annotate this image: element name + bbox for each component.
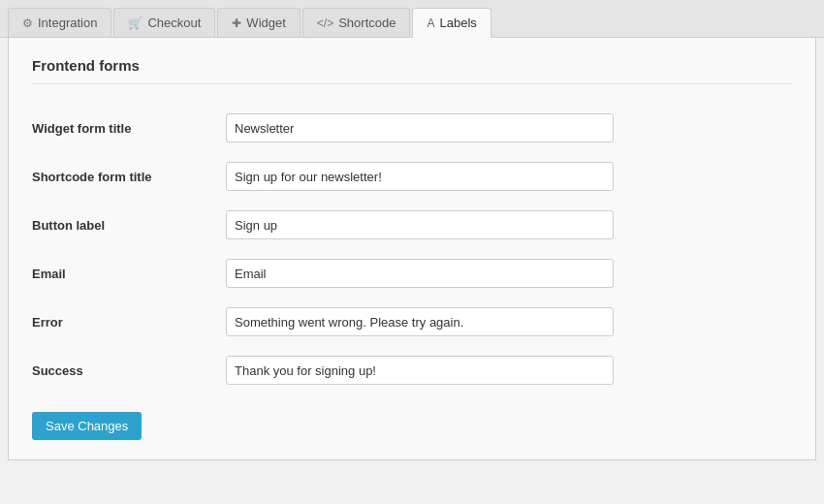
input-button-label[interactable] [226,210,614,239]
label-shortcode-form-title: Shortcode form title [32,170,226,184]
tab-labels[interactable]: ALabels [412,8,491,38]
tab-shortcode[interactable]: </>Shortcode [302,8,411,37]
form-row-email: Email [32,249,792,298]
input-error[interactable] [226,307,614,336]
labels-tab-label: Labels [439,16,476,30]
input-widget-form-title[interactable] [226,113,614,142]
form-row-error: Error [32,298,792,346]
tab-bar: ⚙Integration🛒Checkout✚Widget</>Shortcode… [0,0,824,38]
form-row-widget-form-title: Widget form title [32,104,792,152]
integration-tab-label: Integration [38,16,97,30]
widget-tab-icon: ✚ [232,16,241,30]
tab-integration[interactable]: ⚙Integration [8,8,111,37]
checkout-tab-icon: 🛒 [128,16,143,30]
form-row-shortcode-form-title: Shortcode form title [32,152,792,201]
tab-checkout[interactable]: 🛒Checkout [113,8,215,37]
shortcode-tab-icon: </> [317,16,333,30]
checkout-tab-label: Checkout [147,16,201,30]
input-email[interactable] [226,259,614,288]
label-button-label: Button label [32,218,226,233]
label-success: Success [32,363,226,378]
shortcode-tab-label: Shortcode [338,16,396,30]
section-title: Frontend forms [32,57,792,84]
save-changes-button[interactable]: Save Changes [32,412,142,440]
widget-tab-label: Widget [246,16,285,30]
labels-tab-icon: A [427,16,434,30]
input-shortcode-form-title[interactable] [226,162,614,191]
form-row-button-label: Button label [32,201,792,249]
input-success[interactable] [226,356,614,385]
label-email: Email [32,267,226,281]
form-row-success: Success [32,346,792,394]
tab-widget[interactable]: ✚Widget [217,8,300,37]
label-error: Error [32,315,226,330]
main-content: Frontend forms Widget form titleShortcod… [8,38,816,460]
integration-tab-icon: ⚙ [22,16,33,30]
form-rows: Widget form titleShortcode form titleBut… [32,104,792,394]
label-widget-form-title: Widget form title [32,121,226,136]
